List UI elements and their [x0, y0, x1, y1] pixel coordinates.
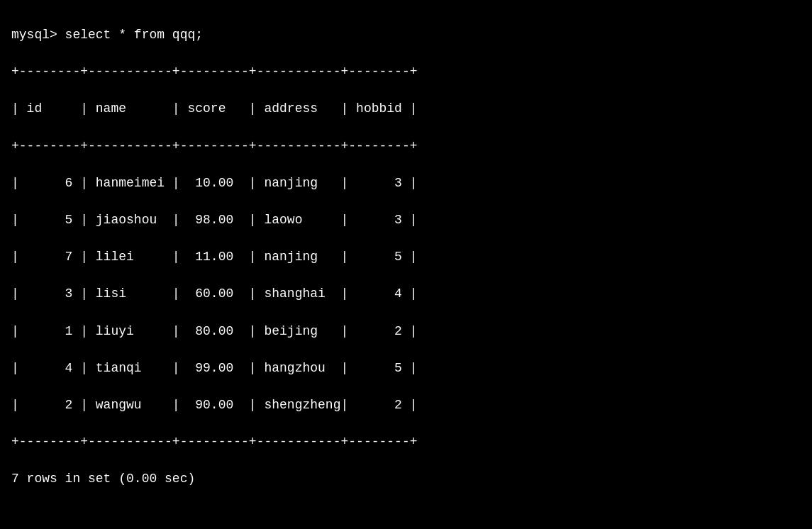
- table1-rows-info: 7 rows in set (0.00 sec): [11, 469, 801, 488]
- table1-row6: | 4 | tianqi | 99.00 | hangzhou | 5 |: [11, 359, 801, 377]
- table1-row4: | 3 | lisi | 60.00 | shanghai | 4 |: [11, 284, 801, 303]
- terminal: mysql> select * from qqq; +--------+----…: [11, 7, 801, 529]
- table1-row7: | 2 | wangwu | 90.00 | shengzheng| 2 |: [11, 396, 801, 414]
- first-query-line: mysql> select * from qqq;: [11, 26, 801, 44]
- table1-border2: +--------+-----------+---------+--------…: [11, 137, 801, 155]
- table1-border3: +--------+-----------+---------+--------…: [11, 433, 801, 451]
- table1-row5: | 1 | liuyi | 80.00 | beijing | 2 |: [11, 322, 801, 340]
- table1-border1: +--------+-----------+---------+--------…: [11, 62, 801, 81]
- table1-header: | id | name | score | address | hobbid |: [11, 99, 801, 118]
- table1-row1: | 6 | hanmeimei | 10.00 | nanjing | 3 |: [11, 174, 801, 192]
- table1-row2: | 5 | jiaoshou | 98.00 | laowo | 3 |: [11, 211, 801, 229]
- table1-row3: | 7 | lilei | 11.00 | nanjing | 5 |: [11, 247, 801, 266]
- blank-line1: [11, 507, 801, 525]
